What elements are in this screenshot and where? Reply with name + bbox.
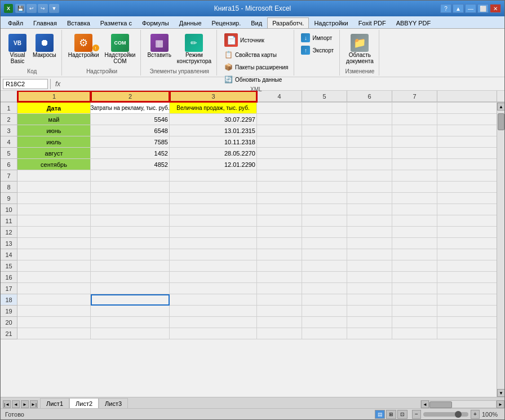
cell-r12c4[interactable]: [257, 227, 302, 238]
cell-r11c4[interactable]: [257, 215, 302, 227]
cell-r10c4[interactable]: [257, 204, 302, 215]
cell-r9c6[interactable]: [347, 193, 392, 204]
source-button[interactable]: 📄 Источник: [222, 32, 267, 48]
tab-page-layout[interactable]: Разметка с: [95, 17, 137, 28]
cell-r18c6[interactable]: [347, 294, 392, 306]
cell-r9c5[interactable]: [302, 193, 347, 204]
col-header-5[interactable]: 5: [302, 91, 347, 102]
cell-r3c7[interactable]: [392, 125, 437, 136]
cell-r19c2[interactable]: [91, 306, 170, 317]
cell-r6c7[interactable]: [392, 159, 437, 170]
cell-r8c2[interactable]: [91, 182, 170, 193]
cell-r17c6[interactable]: [347, 283, 392, 294]
cell-r13c5[interactable]: [302, 238, 347, 249]
cell-r9c7[interactable]: [392, 193, 437, 204]
cell-r5c7[interactable]: [392, 148, 437, 159]
cell-r12c2[interactable]: [91, 227, 170, 238]
refresh-data-button[interactable]: 🔄 Обновить данные: [222, 74, 290, 85]
row-header-13[interactable]: 13: [1, 238, 17, 249]
row-header-1[interactable]: 1: [1, 103, 17, 114]
cell-r7c6[interactable]: [347, 170, 392, 182]
cell-r1c6[interactable]: [347, 103, 392, 114]
hscroll-left-btn[interactable]: ◄: [421, 400, 429, 408]
cell-r6c3[interactable]: 12.01.2290: [170, 159, 257, 170]
cell-r8c3[interactable]: [170, 182, 257, 193]
zoom-in-btn[interactable]: +: [471, 410, 480, 419]
insert-control-button[interactable]: ▦ Вставить: [145, 32, 172, 60]
cell-r19c6[interactable]: [347, 306, 392, 317]
map-props-button[interactable]: 📋 Свойства карты: [222, 49, 290, 60]
cell-r14c6[interactable]: [347, 249, 392, 260]
cell-r20c4[interactable]: [257, 317, 302, 328]
row-header-17[interactable]: 17: [1, 283, 17, 294]
cell-r13c4[interactable]: [257, 238, 302, 249]
design-mode-button[interactable]: ✏ Режим конструктора: [175, 32, 213, 66]
cell-r2c5[interactable]: [302, 114, 347, 125]
ribbon-toggle-btn[interactable]: ▲: [453, 4, 464, 13]
cell-r21c1[interactable]: [17, 328, 91, 339]
cell-r21c5[interactable]: [302, 328, 347, 339]
cell-r15c3[interactable]: [170, 260, 257, 272]
cell-r13c6[interactable]: [347, 238, 392, 249]
tab-foxit[interactable]: Foxit PDF: [353, 17, 391, 28]
cell-r20c5[interactable]: [302, 317, 347, 328]
sheet-tab-3[interactable]: Лист3: [99, 398, 128, 408]
tab-review[interactable]: Рецензир.: [207, 17, 246, 28]
cell-r3c3[interactable]: 13.01.2315: [170, 125, 257, 136]
cell-r8c7[interactable]: [392, 182, 437, 193]
zoom-out-btn[interactable]: −: [412, 410, 421, 419]
cell-r16c4[interactable]: [257, 272, 302, 283]
visual-basic-button[interactable]: VB Visual Basic: [6, 32, 29, 66]
cell-r10c1[interactable]: [17, 204, 91, 215]
tab-view[interactable]: Вид: [246, 17, 267, 28]
cell-r4c6[interactable]: [347, 136, 392, 148]
cell-r2c7[interactable]: [392, 114, 437, 125]
row-header-20[interactable]: 20: [1, 317, 17, 328]
scroll-up-btn[interactable]: ▲: [497, 103, 504, 110]
cell-r5c2[interactable]: 1452: [91, 148, 170, 159]
expand-packs-button[interactable]: 📦 Пакеты расширения: [222, 61, 290, 73]
sheet-tab-1[interactable]: Лист1: [40, 398, 69, 408]
sheet-tab-last-btn[interactable]: ►|: [30, 400, 38, 408]
cell-r13c3[interactable]: [170, 238, 257, 249]
zoom-slider[interactable]: [423, 412, 468, 417]
cell-r17c7[interactable]: [392, 283, 437, 294]
cell-r14c2[interactable]: [91, 249, 170, 260]
cell-r4c7[interactable]: [392, 136, 437, 148]
cell-r1c4[interactable]: [257, 103, 302, 114]
cell-r13c7[interactable]: [392, 238, 437, 249]
row-header-5[interactable]: 5: [1, 148, 17, 159]
row-header-9[interactable]: 9: [1, 193, 17, 204]
cell-r20c3[interactable]: [170, 317, 257, 328]
sheet-tab-prev-btn[interactable]: ◄: [12, 400, 20, 408]
tab-developer[interactable]: Разработч.: [267, 17, 309, 28]
cell-r10c2[interactable]: [91, 204, 170, 215]
cell-r10c3[interactable]: [170, 204, 257, 215]
cell-r1c3[interactable]: Величина продаж, тыс. руб.: [170, 103, 257, 114]
cell-r17c4[interactable]: [257, 283, 302, 294]
cell-r11c6[interactable]: [347, 215, 392, 227]
minimize-btn[interactable]: —: [465, 4, 476, 13]
cell-r7c1[interactable]: [17, 170, 91, 182]
cell-r18c5[interactable]: [302, 294, 347, 306]
scroll-thumb[interactable]: [498, 113, 504, 130]
cell-r8c1[interactable]: [17, 182, 91, 193]
cell-r19c4[interactable]: [257, 306, 302, 317]
cell-r9c2[interactable]: [91, 193, 170, 204]
cell-r15c4[interactable]: [257, 260, 302, 272]
tab-insert[interactable]: Вставка: [62, 17, 95, 28]
import-button[interactable]: ↓ Импорт: [299, 32, 334, 43]
scroll-down-btn[interactable]: ▼: [497, 389, 504, 397]
cell-r14c5[interactable]: [302, 249, 347, 260]
cell-r4c4[interactable]: [257, 136, 302, 148]
cell-r16c7[interactable]: [392, 272, 437, 283]
help-btn[interactable]: ?: [440, 4, 451, 13]
sheet-tab-2[interactable]: Лист2: [69, 398, 99, 408]
tab-abbyy[interactable]: ABBYY PDF: [391, 17, 436, 28]
cell-r6c4[interactable]: [257, 159, 302, 170]
cell-r3c2[interactable]: 6548: [91, 125, 170, 136]
cell-r19c1[interactable]: [17, 306, 91, 317]
cell-r16c2[interactable]: [91, 272, 170, 283]
cell-r2c2[interactable]: 5546: [91, 114, 170, 125]
cell-r6c2[interactable]: 4852: [91, 159, 170, 170]
